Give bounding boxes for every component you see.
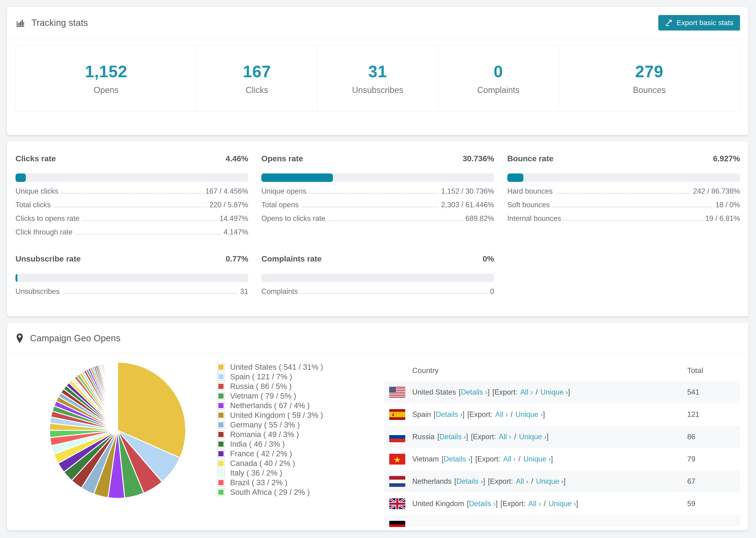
stat-row-value: 220 / 5.87% [209, 201, 248, 209]
rate-title: Bounce rate [507, 154, 554, 163]
stat-row: Total opens 2,303 / 61.446% [261, 201, 494, 209]
table-row-united-kingdom: United Kingdom [Details ›] [Export:All ›… [384, 493, 740, 515]
legend-item: Italy ( 36 / 2% ) [217, 468, 351, 478]
stats-summary-row: 1,152 Opens 167 Clicks 31 Unsubscribes 0… [16, 45, 740, 112]
legend-swatch [217, 440, 225, 448]
dotted-leader [63, 293, 237, 294]
export-all-link[interactable]: All › [499, 433, 512, 441]
export-basic-stats-button[interactable]: Export basic stats [658, 15, 740, 30]
stat-row-label: Hard bounces [507, 187, 553, 195]
dotted-leader [75, 234, 221, 235]
pie-slice-other[interactable] [117, 362, 118, 430]
stat-box-unsubscribes: 31 Unsubscribes [317, 46, 438, 112]
bracket: ] [576, 500, 578, 508]
bracket: [ [434, 410, 436, 419]
legend-swatch [217, 430, 225, 439]
rate-panel-opens: Opens rate 30.736% Unique opens 1,152 / … [261, 154, 494, 237]
stat-row-label: Unique clicks [16, 187, 58, 195]
stat-box-complaints: 0 Complaints [438, 46, 559, 112]
stat-label: Bounces [633, 85, 666, 95]
de-flag-icon [389, 521, 405, 527]
legend-label: Germany ( 55 / 3% ) [230, 420, 300, 429]
stat-row-value: 19 / 6.81% [705, 214, 740, 223]
stat-row-value: 0 [490, 287, 494, 296]
rate-panel-bounce: Bounce rate 6.927% Hard bounces 242 / 86… [507, 154, 740, 237]
details-link[interactable]: Details › [461, 388, 488, 397]
rate-title: Opens rate [261, 154, 303, 163]
legend-label: Italy ( 36 / 2% ) [230, 468, 282, 477]
export-button-label: Export basic stats [676, 19, 733, 27]
export-all-link[interactable]: All › [503, 455, 515, 463]
bracket: ] [551, 455, 553, 463]
export-unique-link[interactable]: Unique › [536, 477, 564, 486]
rate-title: Clicks rate [16, 154, 56, 163]
gb-flag-icon [389, 498, 405, 509]
export-unique-link[interactable]: Unique › [540, 388, 568, 397]
legend-swatch [217, 469, 225, 477]
table-row-netherlands: Netherlands [Details ›] [Export:All ›/Un… [384, 470, 740, 493]
dotted-leader [309, 193, 438, 194]
progress-bar [16, 174, 248, 182]
stat-row: Opens to clicks rate 689.82% [261, 214, 494, 223]
legend-item: South Africa ( 29 / 2% ) [217, 487, 351, 497]
export-all-link[interactable]: All › [516, 477, 528, 486]
stat-value: 279 [635, 62, 664, 81]
details-link[interactable]: Details › [457, 477, 483, 486]
legend-label: United Kingdom ( 59 / 3% ) [230, 411, 323, 420]
details-link[interactable]: Details › [436, 410, 462, 419]
slash: / [544, 500, 546, 508]
stat-row-label: Total clicks [16, 201, 51, 209]
legend-item: France ( 42 / 2% ) [217, 449, 351, 458]
stat-row-value: 242 / 86.738% [693, 187, 740, 195]
total-value: 541 [687, 388, 740, 397]
details-link[interactable]: Details › [439, 433, 466, 441]
stat-row: Total clicks 220 / 5.87% [16, 201, 248, 209]
progress-bar-fill [16, 274, 17, 282]
stat-label: Opens [94, 85, 119, 95]
details-link[interactable]: Details › [444, 455, 470, 463]
slash: / [514, 433, 516, 441]
details-link[interactable]: Details › [469, 500, 496, 508]
stat-row-label: Opens to clicks rate [261, 214, 325, 223]
table-row-russia: Russia [Details ›] [Export:All ›/Unique … [384, 426, 740, 448]
slash: / [518, 455, 520, 463]
legend-item: Brazil ( 33 / 2% ) [217, 478, 351, 487]
nl-flag-icon [389, 476, 405, 487]
legend-swatch [217, 488, 225, 496]
stat-row-value: 689.82% [465, 214, 494, 223]
legend-label: Vietnam ( 79 / 5% ) [230, 392, 296, 401]
stat-box-opens: 1,152 Opens [16, 46, 197, 112]
export-unique-link[interactable]: Unique › [549, 500, 576, 508]
legend-swatch [217, 402, 225, 409]
bracket: ] [543, 410, 545, 419]
dotted-leader [556, 193, 690, 194]
legend-label: South Africa ( 29 / 2% ) [230, 488, 310, 497]
stat-value: 31 [368, 62, 387, 81]
stat-value: 0 [494, 62, 503, 81]
map-pin-icon [16, 333, 24, 344]
export-all-link[interactable]: All › [495, 410, 508, 419]
rate-value: 0.77% [226, 254, 248, 263]
export-all-link[interactable]: All › [520, 388, 533, 397]
table-row-vietnam: Vietnam [Details ›] [Export:All ›/Unique… [384, 448, 740, 470]
export-unique-link[interactable]: Unique › [523, 455, 551, 463]
stat-row: Clicks to opens rate 14.497% [16, 214, 248, 223]
slash: / [511, 410, 513, 419]
total-value: 86 [687, 433, 740, 441]
bracket: [ [437, 433, 440, 441]
rate-value: 0% [483, 254, 494, 263]
legend-label: Spain ( 121 / 7% ) [230, 372, 292, 381]
rate-panel-clicks: Clicks rate 4.46% Unique clicks 167 / 4.… [16, 154, 248, 237]
stat-value: 167 [243, 62, 271, 81]
dotted-leader [553, 206, 713, 207]
dotted-leader [301, 206, 438, 207]
pie-legend: United States ( 541 / 31% )Spain ( 121 /… [217, 360, 351, 527]
export-unique-link[interactable]: Unique › [519, 433, 547, 441]
export-label: [Export: [501, 500, 526, 508]
table-row-partial [384, 515, 740, 527]
legend-item: Vietnam ( 79 / 5% ) [217, 391, 351, 401]
column-header-country: Country [384, 366, 687, 375]
progress-bar [16, 274, 248, 282]
export-unique-link[interactable]: Unique › [515, 410, 543, 419]
export-all-link[interactable]: All › [528, 500, 541, 508]
